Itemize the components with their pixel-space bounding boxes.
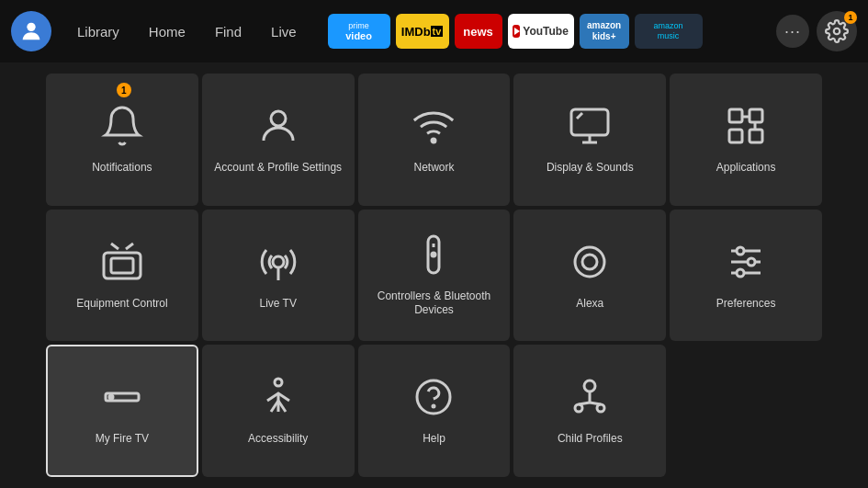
svg-point-31 (275, 379, 282, 386)
tv-icon (100, 240, 144, 288)
svg-point-39 (597, 404, 604, 412)
top-navigation: Library Home Find Live prime video IMDb … (0, 0, 868, 62)
tile-label: Account & Profile Settings (214, 161, 342, 176)
tile-label: Notifications (92, 161, 152, 176)
tile-equipment-control[interactable]: Equipment Control (46, 210, 198, 342)
svg-line-40 (579, 403, 590, 404)
nav-home[interactable]: Home (136, 18, 198, 45)
svg-point-37 (584, 380, 595, 392)
apps-icon (724, 104, 768, 152)
tile-my-fire-tv[interactable]: My Fire TV (46, 345, 198, 477)
app-amazon-music[interactable]: amazonmusic (635, 14, 703, 49)
svg-rect-7 (750, 109, 762, 122)
remote-icon (411, 233, 456, 280)
tile-label: Controllers & Bluetooth Devices (367, 289, 502, 318)
tile-live-tv[interactable]: Live TV (202, 210, 355, 342)
tile-network[interactable]: Network (358, 74, 511, 206)
tile-label: Display & Sounds (547, 161, 634, 176)
svg-point-38 (575, 404, 582, 412)
notification-badge: 1 (117, 83, 131, 97)
settings-main: 1NotificationsAccount & Profile Settings… (0, 62, 868, 488)
person-icon (256, 104, 300, 152)
settings-grid: 1NotificationsAccount & Profile Settings… (46, 74, 822, 477)
svg-rect-6 (729, 109, 742, 122)
settings-notification-badge: 1 (844, 11, 857, 24)
nav-links: Library Home Find Live (64, 18, 310, 45)
svg-rect-4 (571, 109, 608, 135)
svg-line-14 (111, 244, 118, 249)
sliders-icon (724, 240, 768, 288)
app-prime-video[interactable]: prime video (328, 14, 390, 49)
settings-gear-icon (825, 19, 849, 43)
svg-point-0 (27, 23, 35, 31)
tile-applications[interactable]: Applications (670, 74, 822, 206)
accessibility-icon (256, 375, 300, 423)
nav-right-controls: ··· 1 (776, 11, 857, 51)
user-avatar[interactable] (11, 11, 51, 51)
tile-display-sounds[interactable]: Display & Sounds (513, 74, 666, 206)
nav-find[interactable]: Find (202, 18, 254, 45)
tile-label: Network (413, 161, 454, 176)
tile-notifications[interactable]: 1Notifications (46, 74, 198, 206)
tile-label: My Fire TV (96, 432, 149, 447)
alexa-icon (568, 240, 612, 288)
svg-point-20 (432, 253, 435, 256)
app-news[interactable]: news (455, 14, 502, 49)
tile-account-profile[interactable]: Account & Profile Settings (202, 74, 355, 206)
tile-label: Accessibility (248, 432, 308, 447)
svg-point-28 (737, 269, 744, 277)
svg-point-21 (575, 247, 604, 277)
nav-live[interactable]: Live (258, 18, 310, 45)
svg-point-35 (417, 380, 450, 414)
svg-line-15 (126, 244, 133, 249)
settings-button[interactable]: 1 (817, 11, 857, 51)
antenna-icon (256, 240, 300, 288)
nav-library[interactable]: Library (64, 18, 132, 45)
app-amazon-kids[interactable]: amazonkids+ (580, 14, 629, 49)
app-imdb[interactable]: IMDb tv (396, 14, 449, 49)
svg-point-2 (271, 111, 286, 126)
child-icon (568, 375, 612, 423)
svg-point-16 (273, 256, 284, 267)
svg-point-27 (748, 258, 755, 266)
tile-controllers-bluetooth[interactable]: Controllers & Bluetooth Devices (358, 210, 511, 342)
tile-child-profiles[interactable]: Child Profiles (513, 345, 666, 477)
display-icon (568, 104, 612, 152)
youtube-play-icon (513, 25, 520, 38)
help-icon (411, 375, 456, 423)
wifi-icon (411, 104, 456, 152)
tile-label: Child Profiles (558, 432, 623, 447)
svg-point-26 (737, 247, 744, 255)
tile-label: Live TV (259, 297, 296, 312)
tile-label: Preferences (716, 297, 776, 312)
svg-line-41 (590, 403, 601, 404)
avatar-icon (18, 18, 44, 44)
tile-accessibility[interactable]: Accessibility (202, 345, 355, 477)
tile-help[interactable]: Help (358, 345, 511, 477)
bell-icon (100, 104, 144, 152)
tile-label: Applications (716, 161, 776, 176)
app-icons-bar: prime video IMDb tv news YouTube amazonk… (328, 14, 703, 49)
tile-label: Equipment Control (76, 297, 167, 312)
svg-point-1 (834, 28, 840, 35)
tile-label: Help (423, 432, 445, 447)
more-button[interactable]: ··· (776, 15, 809, 48)
svg-rect-8 (750, 130, 762, 142)
app-youtube[interactable]: YouTube (508, 14, 574, 49)
svg-point-3 (432, 139, 435, 142)
firetv-icon (100, 375, 144, 423)
svg-point-36 (433, 405, 434, 407)
svg-point-22 (582, 255, 597, 269)
svg-rect-12 (104, 253, 141, 278)
svg-rect-9 (729, 130, 742, 142)
svg-rect-13 (111, 258, 133, 273)
svg-point-30 (109, 395, 113, 399)
tile-preferences[interactable]: Preferences (670, 210, 822, 342)
tile-label: Alexa (576, 297, 603, 312)
tile-alexa[interactable]: Alexa (513, 210, 666, 342)
